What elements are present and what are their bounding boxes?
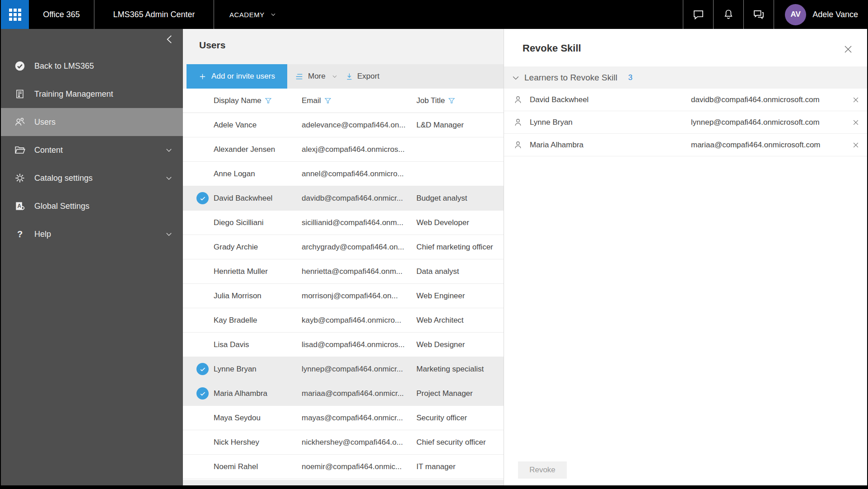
avatar: AV [785,4,806,25]
cell-display-name: Henrietta Muller [214,259,299,283]
cell-display-name: David Backwheel [214,186,299,210]
remove-learner-button[interactable] [852,141,860,149]
row-check [196,339,209,351]
table-row[interactable]: Noemi Rahel noemir@compafi464.onmic... I… [183,455,504,479]
revoke-button[interactable]: Revoke [518,461,567,479]
chat-icon [692,9,705,21]
users-icon [14,116,26,128]
cell-job-title: Chief marketing officer [416,235,500,259]
row-check [196,436,209,448]
account-menu[interactable]: AV Adele Vance [774,0,868,29]
main-content: Users Add or invite users More Export Di… [183,29,504,485]
learner-row: Lynne Bryan lynnep@compafi464.onmicrosof… [504,111,867,134]
sidebar-collapse-button[interactable] [164,33,176,45]
cell-email: noemir@compafi464.onmic... [302,455,414,479]
table-row[interactable]: Grady Archie archygrady@compafi464.on...… [183,235,504,259]
page-header: Users [183,29,504,64]
table-row[interactable]: Anne Logan annel@compafi464.onmicro... [183,162,504,186]
cell-email: davidb@compafi464.onmicr... [302,186,414,210]
table-row[interactable]: David Backwheel davidb@compafi464.onmicr… [183,186,504,211]
row-check [196,216,209,229]
column-header-job-title[interactable]: Job Title [416,89,455,113]
row-check [196,168,209,180]
training-management-icon [14,88,26,100]
chevron-down-icon [331,73,338,80]
table-row[interactable]: Maya Seydou mayas@compafi464.onmicr... S… [183,406,504,430]
cell-job-title: Marketing specialist [416,357,500,381]
cell-display-name: Maya Seydou [214,406,299,430]
lms365-logo-icon [14,60,26,72]
table-row[interactable]: Diego Sicilliani sicillianid@compafi464.… [183,211,504,235]
table-row[interactable]: Julia Morrison morrisonj@compafi464.on..… [183,284,504,308]
panel-close-button[interactable] [843,44,854,55]
table-row[interactable]: Adele Vance adelevance@compafi464.on... … [183,113,504,137]
sidebar-item-label: Help [34,230,51,239]
cell-display-name: Lisa Davis [214,333,299,357]
export-button[interactable]: Export [345,64,379,89]
office-365-link[interactable]: Office 365 [29,0,94,29]
chat-button[interactable] [683,0,713,29]
cell-job-title [416,137,500,161]
top-bar: Office 365 LMS365 Admin Center ACADEMY A… [0,0,868,29]
section-label: Learners to Revoke Skill [524,73,617,83]
sidebar-item-global-settings[interactable]: A Global Settings [1,192,183,220]
row-check [196,461,209,473]
plus-icon [199,73,206,80]
filter-icon[interactable] [324,97,331,104]
row-check [196,314,209,326]
sidebar-item-training-management[interactable]: Training Management [1,80,183,108]
filter-icon[interactable] [265,97,272,104]
sidebar-item-help[interactable]: ? Help [1,220,183,248]
table-row[interactable]: Nick Hershey nickhershey@compafi464.o...… [183,430,504,455]
table-row[interactable]: Lisa Davis lisad@compafi464.onmicros... … [183,333,504,357]
sidebar-item-label: Back to LMS365 [34,61,94,71]
more-lines-icon [294,73,304,80]
sidebar-item-catalog-settings[interactable]: Catalog settings [1,164,183,192]
cell-display-name: Adele Vance [214,113,299,137]
cell-display-name: Julia Morrison [214,284,299,308]
sidebar-item-label: Global Settings [34,202,89,211]
table-row[interactable]: Henrietta Muller henrietta@compafi464.on… [183,259,504,284]
filter-icon[interactable] [448,97,455,104]
row-check [196,387,209,400]
sidebar-item-content[interactable]: Content [1,136,183,164]
table-row[interactable]: Lynne Bryan lynnep@compafi464.onmicr... … [183,357,504,381]
sidebar-item-label: Content [34,146,63,155]
sidebar-item-back-to-lms365[interactable]: Back to LMS365 [1,52,183,80]
cell-display-name: Grady Archie [214,235,299,259]
learner-row: Maria Alhambra mariaa@compafi464.onmicro… [504,134,867,156]
remove-learner-button[interactable] [852,96,860,104]
table-footer-strip [183,480,504,485]
remove-learner-button[interactable] [852,118,860,127]
cell-display-name: Nick Hershey [214,430,299,454]
row-check [196,290,209,302]
user-name: Adele Vance [812,10,858,19]
app-window: Office 365 LMS365 Admin Center ACADEMY A… [0,0,868,489]
table-row[interactable]: Kay Bradelle kayb@compafi464.onmicro... … [183,308,504,333]
cell-display-name: Anne Logan [214,162,299,186]
sidebar-item-users[interactable]: Users [1,108,183,136]
command-bar: Add or invite users More Export [183,64,504,89]
notifications-button[interactable] [714,0,743,29]
row-check [196,265,209,277]
learner-email: lynnep@compafi464.onmicrosoft.com [691,111,820,133]
academy-label: ACADEMY [229,11,265,19]
column-header-display-name[interactable]: Display Name [214,89,272,113]
users-table: Display Name Email Job Title Adele Vance… [183,89,504,480]
cell-email: sicillianid@compafi464.onm... [302,211,414,235]
table-row[interactable]: Alexander Jensen alexj@compafi464.onmicr… [183,137,504,162]
academy-dropdown[interactable]: ACADEMY [214,0,292,29]
cell-display-name: Lynne Bryan [214,357,299,381]
sidebar-item-label: Catalog settings [34,174,93,183]
table-row[interactable]: Maria Alhambra mariaa@compafi464.onmicr.… [183,381,504,406]
bell-icon [723,9,734,20]
learners-section-header[interactable]: Learners to Revoke Skill 3 [504,66,867,89]
admin-center-link[interactable]: LMS365 Admin Center [94,0,214,29]
catalog-settings-icon [14,172,26,184]
more-menu-button[interactable]: More [294,64,338,89]
add-or-invite-users-button[interactable]: Add or invite users [187,64,287,89]
app-launcher-button[interactable] [1,0,29,29]
close-icon [852,96,860,104]
feedback-button[interactable] [744,0,774,29]
column-header-email[interactable]: Email [302,89,331,113]
